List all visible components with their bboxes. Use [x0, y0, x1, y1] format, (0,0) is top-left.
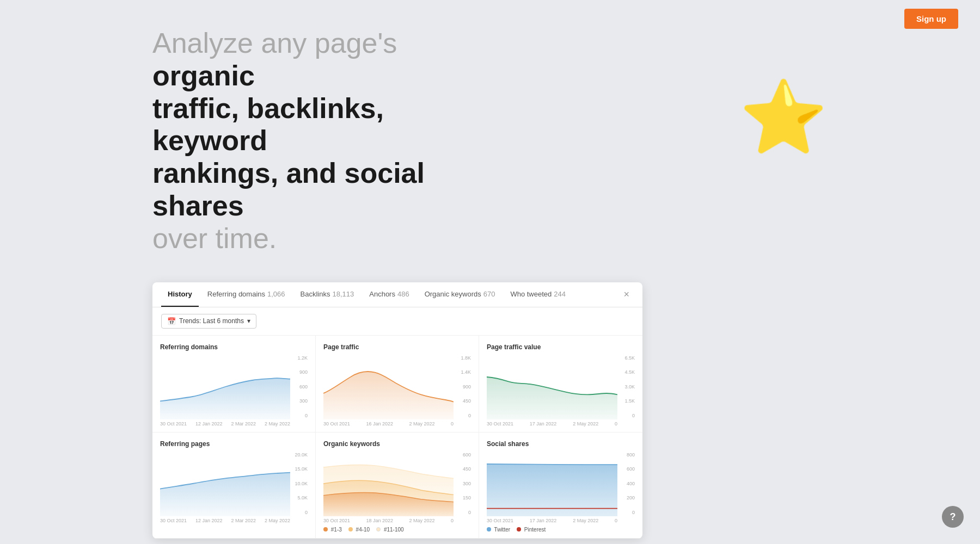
chart-title: Referring pages — [160, 440, 308, 448]
charts-grid: Referring domains 1.2K 900 600 — [152, 336, 642, 539]
legend-dot — [487, 527, 491, 531]
hero-muted-1: Analyze any page's — [152, 27, 397, 59]
chart-area: 600 450 300 150 0 — [323, 451, 471, 516]
legend-dot — [376, 527, 381, 531]
legend-item-1-3: #1-3 — [323, 527, 342, 533]
legend-item-4-10: #4-10 — [348, 527, 370, 533]
chart-area: 800 600 400 200 0 — [487, 451, 635, 516]
x-axis-labels: 30 Oct 2021 17 Jan 2022 2 May 2022 0 — [487, 518, 635, 523]
y-axis-labels: 800 600 400 200 0 — [617, 451, 635, 516]
legend-item-11-100: #11-100 — [376, 527, 403, 533]
legend-item-pinterest: Pinterest — [517, 527, 546, 533]
help-button[interactable]: ? — [942, 506, 964, 528]
legend-dot — [323, 527, 328, 531]
chart-referring-pages: Referring pages 20.0K 15.0K 10.0K — [152, 432, 316, 539]
tab-referring-domains[interactable]: Referring domains1,066 — [201, 282, 292, 307]
hero-section: Analyze any page's organic traffic, back… — [0, 0, 468, 271]
hero-bold-1: organic — [152, 60, 255, 91]
tab-bar: History Referring domains1,066 Backlinks… — [152, 282, 642, 307]
chart-page-traffic-value: Page traffic value 6.5K 4.5K 3.0K — [479, 336, 642, 432]
tab-anchors[interactable]: Anchors486 — [363, 282, 415, 307]
chart-referring-domains: Referring domains 1.2K 900 600 — [152, 336, 316, 432]
legend-dot — [517, 527, 521, 531]
chart-svg — [323, 354, 454, 419]
chart-page-traffic: Page traffic 1.8K 1.4K 900 — [316, 336, 479, 432]
x-axis-labels: 30 Oct 2021 12 Jan 2022 2 Mar 2022 2 May… — [160, 518, 308, 523]
calendar-icon: 📅 — [167, 317, 176, 325]
sign-up-button[interactable]: Sign up — [904, 9, 958, 29]
chart-title: Social shares — [487, 440, 635, 448]
trends-dropdown-button[interactable]: 📅 Trends: Last 6 months ▾ — [161, 314, 256, 329]
hero-bold-3: rankings, and social shares — [152, 157, 425, 221]
tab-history[interactable]: History — [161, 282, 199, 307]
x-axis-labels: 30 Oct 2021 12 Jan 2022 2 Mar 2022 2 May… — [160, 421, 308, 426]
chart-legend: #1-3 #4-10 #11-100 — [323, 527, 471, 533]
chart-svg — [160, 451, 290, 516]
x-axis-labels: 30 Oct 2021 16 Jan 2022 2 May 2022 0 — [323, 421, 471, 426]
chart-area: 1.2K 900 600 300 0 — [160, 354, 308, 419]
toolbar: 📅 Trends: Last 6 months ▾ — [152, 307, 642, 336]
legend-dot — [348, 527, 353, 531]
x-axis-labels: 30 Oct 2021 17 Jan 2022 2 May 2022 0 — [487, 421, 635, 426]
chart-area: 20.0K 15.0K 10.0K 5.0K 0 — [160, 451, 308, 516]
y-axis-labels: 1.8K 1.4K 900 450 0 — [454, 354, 471, 419]
chart-title: Referring domains — [160, 343, 308, 351]
chart-svg — [323, 451, 454, 516]
chevron-down-icon: ▾ — [247, 317, 250, 325]
y-axis-labels: 1.2K 900 600 300 0 — [290, 354, 308, 419]
chart-title: Page traffic value — [487, 343, 635, 351]
chart-area: 6.5K 4.5K 3.0K 1.5K 0 — [487, 354, 635, 419]
tab-who-tweeted[interactable]: Who tweeted244 — [504, 282, 572, 307]
top-bar: Sign up — [904, 9, 958, 29]
chart-organic-keywords: Organic keywords — [316, 432, 479, 539]
tab-backlinks[interactable]: Backlinks18,113 — [294, 282, 361, 307]
chart-legend: Twitter Pinterest — [487, 527, 635, 533]
trends-label: Trends: Last 6 months — [179, 317, 244, 325]
chart-svg — [160, 354, 290, 419]
hero-headline: Analyze any page's organic traffic, back… — [152, 27, 468, 255]
hero-bold-2: traffic, backlinks, keyword — [152, 92, 384, 157]
dashboard-card: History Referring domains1,066 Backlinks… — [152, 282, 642, 539]
chart-area: 1.8K 1.4K 900 450 0 — [323, 354, 471, 419]
chart-title: Page traffic — [323, 343, 471, 351]
chart-title: Organic keywords — [323, 440, 471, 448]
chart-svg — [487, 354, 617, 419]
chart-social-shares: Social shares 800 — [479, 432, 642, 539]
hero-muted-2: over time. — [152, 222, 277, 254]
chart-svg — [487, 451, 617, 516]
x-axis-labels: 30 Oct 2021 18 Jan 2022 2 May 2022 0 — [323, 518, 471, 523]
close-button[interactable]: × — [619, 287, 634, 302]
y-axis-labels: 600 450 300 150 0 — [454, 451, 471, 516]
y-axis-labels: 20.0K 15.0K 10.0K 5.0K 0 — [290, 451, 308, 516]
y-axis-labels: 6.5K 4.5K 3.0K 1.5K 0 — [617, 354, 635, 419]
tab-organic-keywords[interactable]: Organic keywords670 — [418, 282, 502, 307]
star-decoration: ⭐ — [739, 82, 828, 152]
legend-item-twitter: Twitter — [487, 527, 510, 533]
